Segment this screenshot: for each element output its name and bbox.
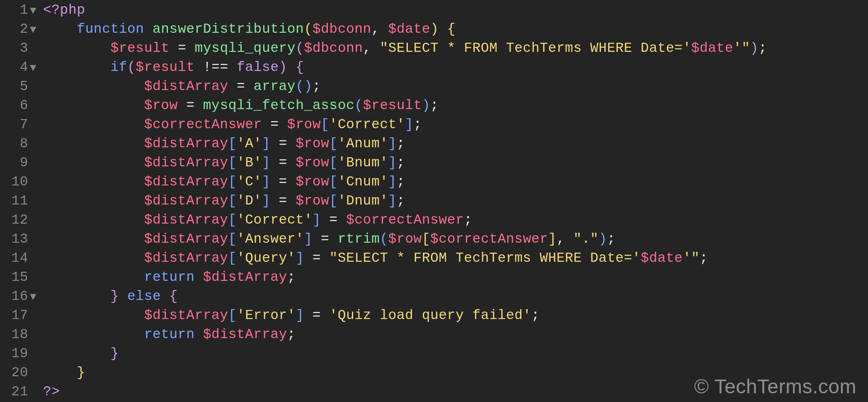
line-number: 16 [0,287,29,306]
code-content[interactable]: if($result !== false) { [43,58,304,77]
line-number: 4 [0,58,29,77]
fold-marker-icon[interactable]: ▼ [29,58,43,78]
line-number: 9 [0,153,29,173]
line-number: 17 [0,306,29,325]
code-line: 18 return $distArray; [0,325,868,344]
fold-marker-icon[interactable]: ▼ [29,20,43,39]
code-content[interactable]: } else { [43,287,178,306]
line-number: 21 [0,383,29,402]
code-content[interactable]: $distArray['Error'] = 'Quiz load query f… [43,306,540,325]
line-number: 6 [0,96,29,115]
code-content[interactable]: $distArray['D'] = $row['Dnum']; [43,192,405,211]
code-line: 19 } [0,344,868,363]
code-content[interactable]: ?> [43,383,60,402]
line-number: 14 [0,249,29,268]
code-content[interactable]: $result = mysqli_query($dbconn, "SELECT … [43,39,767,58]
line-number: 15 [0,268,29,287]
code-line: 17 $distArray['Error'] = 'Quiz load quer… [0,306,868,325]
code-content[interactable]: return $distArray; [43,268,296,287]
line-number: 11 [0,192,29,211]
line-number: 10 [0,173,29,192]
line-number: 3 [0,39,29,58]
code-line: 7 $correctAnswer = $row['Correct']; [0,115,868,134]
code-line: 4 ▼ if($result !== false) { [0,58,868,77]
code-editor[interactable]: 1 ▼ <?php 2 ▼ function answerDistributio… [0,0,868,402]
code-content[interactable]: $distArray['Answer'] = rtrim($row[$corre… [43,230,616,249]
line-number: 5 [0,77,29,96]
code-content[interactable]: function answerDistribution($dbconn, $da… [43,20,456,39]
code-line: 10 $distArray['C'] = $row['Cnum']; [0,173,868,192]
line-number: 8 [0,134,29,153]
code-content[interactable]: $row = mysqli_fetch_assoc($result); [43,96,439,115]
code-line: 2 ▼ function answerDistribution($dbconn,… [0,20,868,39]
code-line: 11 $distArray['D'] = $row['Dnum']; [0,192,868,211]
line-number: 20 [0,363,29,383]
code-line: 12 $distArray['Correct'] = $correctAnswe… [0,211,868,230]
code-content[interactable]: $distArray['A'] = $row['Anum']; [43,134,405,153]
code-line: 14 $distArray['Query'] = "SELECT * FROM … [0,249,868,268]
fold-marker-icon[interactable]: ▼ [29,1,43,20]
code-content[interactable]: return $distArray; [43,325,296,344]
line-number: 18 [0,325,29,344]
code-content[interactable]: } [43,363,85,383]
line-number: 12 [0,211,29,230]
watermark-text: © TechTerms.com [694,377,856,396]
code-line: 16 ▼ } else { [0,287,868,306]
line-number: 7 [0,115,29,134]
line-number: 2 [0,20,29,39]
line-number: 1 [0,1,29,20]
code-content[interactable]: } [43,344,119,363]
code-content[interactable]: $distArray['Correct'] = $correctAnswer; [43,211,473,230]
code-line: 9 $distArray['B'] = $row['Bnum']; [0,153,868,173]
line-number: 13 [0,230,29,249]
code-content[interactable]: <?php [43,1,85,20]
code-content[interactable]: $distArray = array(); [43,77,321,96]
line-number: 19 [0,344,29,363]
fold-marker-icon[interactable]: ▼ [29,287,43,307]
code-line: 13 $distArray['Answer'] = rtrim($row[$co… [0,230,868,249]
code-line: 3 $result = mysqli_query($dbconn, "SELEC… [0,39,868,58]
code-content[interactable]: $distArray['B'] = $row['Bnum']; [43,153,405,173]
code-line: 1 ▼ <?php [0,1,868,20]
code-content[interactable]: $correctAnswer = $row['Correct']; [43,115,422,134]
code-content[interactable]: $distArray['Query'] = "SELECT * FROM Tec… [43,249,708,268]
code-line: 6 $row = mysqli_fetch_assoc($result); [0,96,868,115]
code-line: 15 return $distArray; [0,268,868,287]
code-content[interactable]: $distArray['C'] = $row['Cnum']; [43,173,405,192]
code-line: 8 $distArray['A'] = $row['Anum']; [0,134,868,153]
code-line: 5 $distArray = array(); [0,77,868,96]
